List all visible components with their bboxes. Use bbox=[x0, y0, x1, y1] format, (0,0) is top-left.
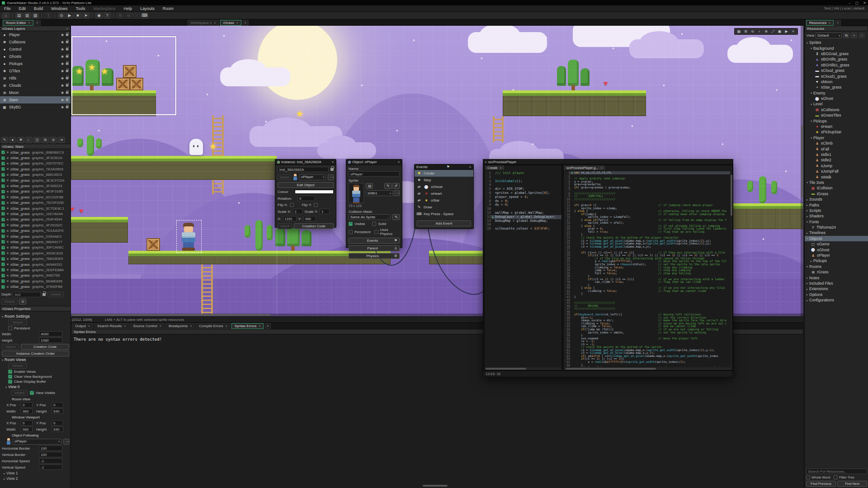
cactus[interactable] bbox=[243, 220, 274, 251]
close-tab-icon[interactable]: × bbox=[28, 20, 30, 26]
heart-pickup[interactable]: ♥ bbox=[71, 206, 75, 213]
tree-item-notes[interactable]: ▸Notes bbox=[805, 275, 868, 280]
chevron-down-icon[interactable]: ▾ bbox=[811, 103, 812, 106]
menu-windows[interactable]: Windows bbox=[47, 5, 72, 12]
property-input[interactable]: 540 bbox=[52, 427, 63, 432]
chevron-down-icon[interactable]: ▾ bbox=[807, 265, 808, 268]
layer-settings-icon[interactable]: ⊙ bbox=[19, 299, 26, 305]
visibility-eye-icon[interactable]: ◉ bbox=[61, 55, 64, 58]
asset-visible-checkbox[interactable] bbox=[1, 195, 5, 199]
asset-visible-checkbox[interactable] bbox=[1, 240, 5, 244]
pencil-tool-icon[interactable]: ✎ bbox=[1, 137, 8, 143]
close-tab-icon[interactable]: × bbox=[88, 324, 90, 329]
depth-input[interactable]: 900 bbox=[13, 292, 41, 297]
close-tab-icon[interactable]: × bbox=[500, 166, 502, 169]
asset-visible-checkbox[interactable] bbox=[1, 268, 5, 272]
tree-item-sounds[interactable]: ▸Sounds bbox=[805, 197, 868, 202]
scalex-input[interactable]: 1 bbox=[293, 209, 303, 214]
copy-tool-icon[interactable]: ⧉ bbox=[42, 137, 49, 143]
eraser-tool-icon[interactable]: ● bbox=[9, 137, 16, 143]
tree-item-tgrass[interactable]: ▬tGrass bbox=[805, 191, 868, 197]
heart-pickup[interactable]: ♥ bbox=[79, 207, 84, 215]
menu-file[interactable]: File bbox=[0, 5, 15, 12]
close-tab-icon[interactable]: × bbox=[160, 324, 161, 329]
asset-visible-checkbox[interactable] bbox=[1, 156, 5, 160]
close-tab-icon[interactable]: × bbox=[600, 166, 602, 169]
grid-icon[interactable]: ▦ bbox=[736, 29, 742, 34]
tree-item-pickups[interactable]: ▾Pickups bbox=[805, 118, 868, 123]
asset-row[interactable]: sStar_grassgraphic_3F305233 bbox=[0, 183, 71, 188]
close-icon[interactable]: ✕ bbox=[331, 160, 334, 164]
section-room-views[interactable]: ▾Room Views bbox=[2, 357, 69, 362]
lock-icon[interactable] bbox=[330, 168, 334, 171]
selection-tool-icon[interactable]: ❖ bbox=[17, 137, 24, 143]
visibility-eye-icon[interactable]: ◉ bbox=[61, 33, 64, 37]
chevron-down-icon[interactable]: ▾ bbox=[807, 220, 808, 223]
lock-icon[interactable] bbox=[66, 63, 69, 65]
tree-item-pickups[interactable]: ▸Pickups bbox=[805, 258, 868, 263]
event-row-key-press-space[interactable]: ⌨Key Press - Space bbox=[415, 211, 473, 217]
property-input[interactable]: 540 bbox=[52, 408, 63, 414]
x-input[interactable]: 1152 bbox=[283, 216, 297, 221]
asset-row[interactable]: sStar_grassgraphic_5648E895 bbox=[0, 278, 71, 284]
lock-icon[interactable] bbox=[66, 92, 69, 94]
platform[interactable] bbox=[429, 251, 487, 264]
chevron-down-icon[interactable]: ▾ bbox=[811, 119, 812, 122]
laptop-icon[interactable]: ⌨ bbox=[141, 13, 148, 19]
asset-visible-checkbox[interactable] bbox=[1, 162, 5, 165]
chevron-right-icon[interactable]: ▸ bbox=[807, 231, 808, 235]
tree-item-scloud-grass[interactable]: ▬sCloud_grass bbox=[805, 68, 868, 73]
lock-icon[interactable] bbox=[66, 41, 69, 43]
tree-item-oghost[interactable]: ⬤oGhost bbox=[805, 247, 868, 252]
tab-create[interactable]: Create× bbox=[485, 165, 505, 171]
visibility-eye-icon[interactable]: ◉ bbox=[61, 76, 64, 80]
layer-row-hills[interactable]: ⊞Hills◉ bbox=[0, 75, 71, 82]
instance-dialog-titlebar[interactable]: Instance: inst_38A2682A✕ bbox=[275, 160, 336, 165]
dock-tab-output[interactable]: Output× bbox=[72, 323, 93, 329]
build-target-info[interactable]: Text | VM | Local | default bbox=[824, 6, 864, 10]
chevron-right-icon[interactable]: ▸ bbox=[807, 282, 808, 285]
code-hscrollbar[interactable] bbox=[485, 367, 561, 370]
tree-item-sbghills-grass[interactable]: ▲sBGHills_grass bbox=[805, 56, 868, 62]
event-row-create[interactable]: ✱Create bbox=[415, 170, 473, 177]
run-icon[interactable]: ▶ bbox=[66, 13, 73, 19]
asset-visible-checkbox[interactable] bbox=[1, 263, 5, 266]
property-input[interactable]: 0 bbox=[21, 420, 33, 426]
close-tab-icon[interactable]: × bbox=[829, 20, 830, 26]
visibility-eye-icon[interactable]: ◉ bbox=[61, 47, 64, 51]
asset-row[interactable]: sStar_grassgraphic_3E3CFCD9 bbox=[0, 178, 71, 183]
menu-room[interactable]: Room bbox=[159, 5, 178, 12]
code-window-titlebar[interactable]: ▾ scrProcessPlayer bbox=[483, 160, 733, 164]
minimize-icon[interactable]: – bbox=[849, 1, 850, 5]
asset-visible-checkbox[interactable] bbox=[1, 190, 5, 193]
visibility-eye-icon[interactable]: ◉ bbox=[61, 105, 64, 109]
find-next-button[interactable]: Find Next bbox=[837, 481, 867, 487]
collapse-icon[interactable]: × bbox=[66, 27, 68, 30]
asset-row[interactable]: sStar_grassgraphic_2007D7EC bbox=[0, 161, 71, 166]
save-project-icon[interactable]: ▧ bbox=[32, 13, 39, 19]
menu-edit[interactable]: Edit bbox=[15, 5, 30, 12]
visibility-eye-icon[interactable]: ◉ bbox=[61, 91, 64, 94]
ladder[interactable] bbox=[212, 115, 224, 194]
tree-item-sprites[interactable]: ▾Sprites bbox=[805, 40, 868, 45]
dock-tab-source-control[interactable]: Source Control× bbox=[130, 323, 164, 329]
tree-item-spickupstar[interactable]: ★sPickupStar bbox=[805, 129, 868, 135]
close-icon[interactable]: ✕ bbox=[863, 1, 866, 5]
tree-item-background[interactable]: ▾Background bbox=[805, 45, 868, 51]
parent-button[interactable]: Parent♙ bbox=[349, 245, 400, 251]
close-tab-icon[interactable]: × bbox=[124, 324, 126, 329]
cactus[interactable] bbox=[75, 135, 104, 156]
object-select[interactable]: oPlayer▾ bbox=[299, 174, 326, 180]
tree-item-options[interactable]: ▸Options bbox=[805, 292, 868, 297]
edit-image-icon[interactable]: ✎ bbox=[384, 183, 392, 189]
tree-item-player[interactable]: ▾Player bbox=[805, 135, 868, 141]
chevron-right-icon[interactable]: ▸ bbox=[807, 203, 808, 206]
chevron-right-icon[interactable]: ▸ bbox=[807, 198, 808, 201]
asset-row[interactable]: sStar_grassgraphic_5482756 bbox=[0, 273, 71, 278]
preview-icon[interactable]: ▣ bbox=[777, 29, 783, 34]
browse-object-button[interactable]: ⋯ bbox=[63, 439, 69, 445]
asset-visible-checkbox[interactable] bbox=[1, 184, 5, 188]
star-pickup[interactable]: ★ bbox=[296, 110, 303, 118]
asset-visible-checkbox[interactable] bbox=[1, 257, 5, 261]
tree-item-sbggrad-grass[interactable]: ▮sBGGrad_grass bbox=[805, 51, 868, 56]
